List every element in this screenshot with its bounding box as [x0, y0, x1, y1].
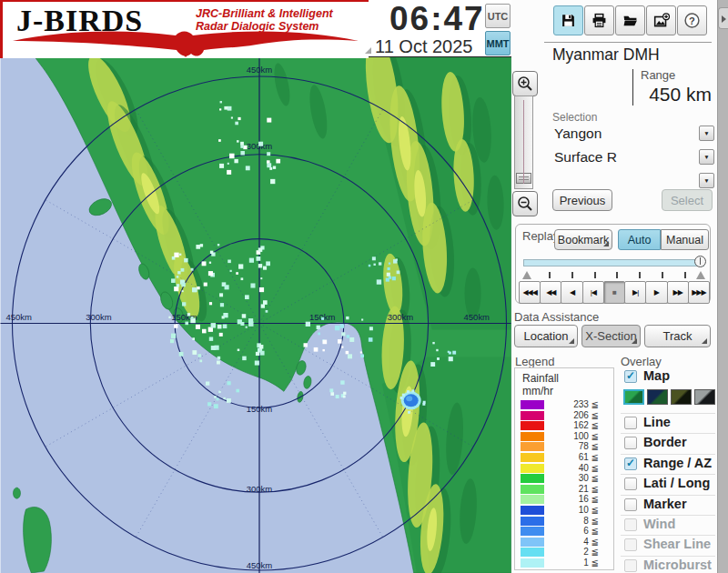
select-button[interactable]: Select: [662, 189, 713, 211]
overlay-item-lati-long[interactable]: Lati / Long: [621, 474, 715, 495]
clock-time: 06:47: [389, 0, 485, 38]
zoom-slider-track[interactable]: [514, 96, 533, 189]
overlay-item-range-az[interactable]: Range / AZ: [621, 454, 715, 475]
utc-button[interactable]: UTC: [485, 4, 511, 28]
print-icon: [592, 13, 607, 28]
playback-stop-button[interactable]: ■: [603, 281, 625, 304]
checkbox[interactable]: [624, 417, 637, 429]
overlay-item-map[interactable]: Map: [621, 367, 715, 387]
manual-button[interactable]: Manual: [661, 229, 709, 250]
legend-label: Legend: [515, 355, 554, 368]
overlay-panel: Map LineBorderRange / AZLati / LongMarke…: [621, 367, 715, 573]
overlay-item-microburst: Microburst: [621, 556, 715, 573]
chevron-down-icon[interactable]: ▼: [699, 173, 714, 188]
checkbox[interactable]: [624, 498, 637, 511]
legend-value: 233 ≦: [544, 400, 599, 409]
legend-color-swatch: [521, 453, 544, 462]
svg-text:450km: 450km: [247, 65, 273, 75]
legend-unit: mm/hr: [522, 385, 553, 397]
previous-button[interactable]: Previous: [552, 189, 612, 211]
track-button[interactable]: Track: [644, 325, 711, 347]
print-button[interactable]: [584, 5, 614, 35]
open-file-button[interactable]: [615, 5, 645, 35]
map-style-swatch-1[interactable]: [623, 389, 644, 405]
svg-text:300km: 300km: [247, 484, 273, 494]
svg-text:450km: 450km: [247, 560, 273, 570]
legend-row: 1 ≦: [521, 558, 610, 568]
chevron-down-icon[interactable]: ▼: [699, 126, 714, 141]
legend-color-swatch: [521, 517, 544, 526]
panel-collapse-strip[interactable]: [717, 0, 728, 573]
playback-step-back-button[interactable]: |◀: [582, 281, 604, 304]
checkbox[interactable]: [624, 478, 637, 490]
radar-map[interactable]: 450km300km150km150km300km450km450km300km…: [0, 56, 511, 573]
clock-date: 11 Oct 2025: [375, 36, 472, 57]
timeline-tick: [571, 272, 573, 278]
legend-color-swatch: [521, 495, 544, 504]
timeline-thumb[interactable]: [694, 256, 706, 267]
collapse-arrow-icon[interactable]: [718, 7, 728, 29]
map-style-swatch-3[interactable]: [671, 389, 692, 405]
playback-fast-rewind-button[interactable]: ◀◀: [540, 281, 561, 304]
playback-fast-forward-button[interactable]: ▶▶: [667, 281, 689, 304]
save-button[interactable]: [553, 5, 583, 35]
help-icon: ?: [683, 12, 701, 29]
playback-jump-last-button[interactable]: ▶▶▶: [688, 281, 710, 304]
legend-value: 16 ≦: [544, 495, 599, 504]
playback-rewind-button[interactable]: ◀: [561, 281, 582, 304]
select-row[interactable]: Yangon▼: [552, 124, 714, 146]
playback-play-button[interactable]: ▶: [645, 281, 667, 304]
checkbox: [624, 538, 637, 551]
overlay-item-marker[interactable]: Marker: [621, 495, 715, 516]
timeline-tick: [549, 272, 551, 278]
data-assistance-label: Data Assistance: [514, 310, 599, 324]
panel-divider: [544, 42, 712, 43]
overlay-item-shear-line: Shear Line: [621, 535, 715, 556]
timeline-tick: [616, 272, 618, 278]
checkbox[interactable]: [624, 437, 637, 449]
map-checkbox[interactable]: [624, 370, 637, 383]
mmt-button[interactable]: MMT: [485, 31, 511, 55]
map-style-swatch-4[interactable]: [694, 389, 715, 405]
timeline-tick: [594, 272, 596, 278]
replay-group: Replay Bookmark Auto Manual ◀◀◀◀◀◀|◀■▶|▶…: [515, 224, 711, 304]
open-folder-icon: [622, 13, 638, 28]
map-style-swatches: [621, 387, 715, 409]
overlay-item-label: Line: [643, 415, 671, 429]
zoom-out-button[interactable]: [512, 191, 538, 216]
zoom-in-button[interactable]: [512, 71, 538, 96]
overlay-item-label: Marker: [643, 497, 687, 511]
auto-button[interactable]: Auto: [618, 229, 661, 250]
tick-end-marker: [696, 271, 705, 279]
legend-row: 21 ≦: [521, 485, 610, 495]
timeline-slider[interactable]: [523, 259, 704, 266]
legend-value: 100 ≦: [544, 432, 599, 441]
legend-color-swatch: [521, 442, 544, 451]
overlay-item-label: Map: [643, 368, 670, 383]
select-row[interactable]: Surface R▼: [552, 147, 714, 169]
playback-jump-first-button[interactable]: ◀◀◀: [519, 281, 541, 304]
help-button[interactable]: ?: [677, 5, 707, 35]
legend-color-swatch: [521, 411, 544, 420]
location-button[interactable]: Location: [514, 325, 578, 347]
legend-color-swatch: [521, 400, 544, 409]
range-label: Range: [641, 68, 675, 82]
legend-row: 2 ≦: [521, 548, 610, 558]
svg-text:?: ?: [689, 15, 695, 26]
playback-step-forward-button[interactable]: ▶|: [624, 281, 646, 304]
legend-panel: Rainfall mm/hr 233 ≦206 ≦162 ≦100 ≦78 ≦6…: [514, 367, 614, 570]
capture-image-button[interactable]: [646, 5, 676, 35]
checkbox[interactable]: [624, 457, 637, 470]
xsection-button[interactable]: X-Section: [581, 325, 641, 347]
overlay-item-label: Microburst: [643, 558, 712, 572]
legend-row: 78 ≦: [521, 442, 610, 452]
chevron-down-icon[interactable]: ▼: [699, 149, 714, 165]
map-style-swatch-2[interactable]: [647, 389, 668, 405]
zoom-slider-thumb[interactable]: [516, 173, 531, 184]
legend-value: 30 ≦: [544, 474, 599, 483]
overlay-item-line[interactable]: Line: [621, 413, 715, 434]
bookmark-button[interactable]: Bookmark: [554, 229, 612, 250]
legend-color-swatch: [521, 538, 544, 547]
jbirds-logo: J-BIRDS JRC-Brilliant & Intelligent Rada…: [0, 0, 369, 58]
overlay-item-border[interactable]: Border: [621, 433, 715, 454]
